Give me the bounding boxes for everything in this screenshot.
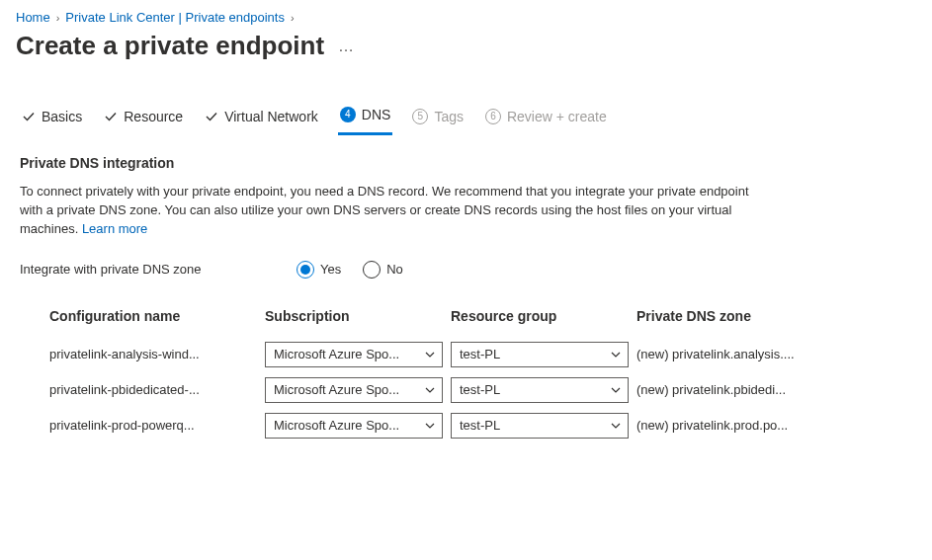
config-name-cell: privatelink-analysis-wind... xyxy=(49,347,257,361)
tab-resource[interactable]: Resource xyxy=(102,103,185,134)
chevron-down-icon xyxy=(610,384,622,396)
chevron-down-icon xyxy=(424,420,436,432)
dns-section: Private DNS integration To connect priva… xyxy=(0,155,932,279)
col-private-dns-zone: Private DNS zone xyxy=(636,308,844,324)
check-icon xyxy=(104,110,118,123)
tab-basics[interactable]: Basics xyxy=(20,103,84,134)
resource-group-select[interactable]: test-PL xyxy=(451,413,629,439)
tab-review-label: Review + create xyxy=(507,109,607,124)
table-row: privatelink-prod-powerq... Microsoft Azu… xyxy=(49,413,912,448)
chevron-down-icon xyxy=(424,384,436,396)
chevron-right-icon: › xyxy=(56,12,60,24)
chevron-right-icon: › xyxy=(291,12,295,24)
col-resource-group: Resource group xyxy=(451,308,629,324)
integrate-label: Integrate with private DNS zone xyxy=(20,262,277,277)
resource-group-select[interactable]: test-PL xyxy=(451,377,629,403)
subscription-select[interactable]: Microsoft Azure Spo... xyxy=(265,377,443,403)
select-value: test-PL xyxy=(460,347,500,361)
radio-inner-icon xyxy=(300,265,310,275)
table-header-row: Configuration name Subscription Resource… xyxy=(49,308,912,342)
subscription-select[interactable]: Microsoft Azure Spo... xyxy=(265,342,443,367)
breadcrumb: Home › Private Link Center | Private end… xyxy=(0,0,932,31)
tab-vnet-label: Virtual Network xyxy=(224,109,318,124)
chevron-down-icon xyxy=(610,349,622,360)
select-value: test-PL xyxy=(460,418,500,433)
step-number-badge: 4 xyxy=(340,107,356,122)
radio-yes[interactable]: Yes xyxy=(297,261,341,279)
dns-section-title: Private DNS integration xyxy=(20,155,912,171)
radio-outer-icon xyxy=(297,261,314,279)
chevron-down-icon xyxy=(610,420,622,432)
tab-virtual-network[interactable]: Virtual Network xyxy=(203,103,320,134)
check-icon xyxy=(22,110,36,123)
learn-more-link[interactable]: Learn more xyxy=(82,221,147,236)
tab-review-create[interactable]: 6 Review + create xyxy=(483,103,609,134)
more-actions-icon[interactable]: … xyxy=(338,38,355,55)
check-icon xyxy=(205,110,218,123)
col-subscription: Subscription xyxy=(265,308,443,324)
chevron-down-icon xyxy=(424,349,436,360)
select-value: Microsoft Azure Spo... xyxy=(274,347,399,361)
wizard-tabs: Basics Resource Virtual Network 4 DNS 5 … xyxy=(0,101,932,135)
dns-section-description: To connect privately with your private e… xyxy=(20,183,771,239)
config-name-cell: privatelink-pbidedicated-... xyxy=(49,382,257,397)
table-row: privatelink-analysis-wind... Microsoft A… xyxy=(49,342,912,377)
subscription-select[interactable]: Microsoft Azure Spo... xyxy=(265,413,443,439)
tab-tags-label: Tags xyxy=(434,109,464,124)
col-config-name: Configuration name xyxy=(49,308,257,324)
private-dns-zone-cell: (new) privatelink.prod.po... xyxy=(636,418,844,433)
step-number-badge: 6 xyxy=(485,109,501,124)
integrate-radio-group: Yes No xyxy=(297,261,403,279)
config-table: Configuration name Subscription Resource… xyxy=(0,308,932,448)
step-number-badge: 5 xyxy=(412,109,428,124)
tab-tags[interactable]: 5 Tags xyxy=(410,103,466,134)
page-title-row: Create a private endpoint … xyxy=(0,31,932,101)
select-value: test-PL xyxy=(460,382,500,397)
private-dns-zone-cell: (new) privatelink.pbidedi... xyxy=(636,382,844,397)
table-row: privatelink-pbidedicated-... Microsoft A… xyxy=(49,377,912,413)
radio-no-label: No xyxy=(386,262,403,277)
config-name-cell: privatelink-prod-powerq... xyxy=(49,418,257,433)
breadcrumb-private-link-center[interactable]: Private Link Center | Private endpoints xyxy=(65,10,285,25)
resource-group-select[interactable]: test-PL xyxy=(451,342,629,367)
tab-dns[interactable]: 4 DNS xyxy=(338,101,393,135)
radio-no[interactable]: No xyxy=(363,261,403,279)
tab-basics-label: Basics xyxy=(42,109,82,124)
integrate-field-row: Integrate with private DNS zone Yes No xyxy=(20,261,912,279)
radio-yes-label: Yes xyxy=(320,262,341,277)
tab-dns-label: DNS xyxy=(362,107,391,122)
private-dns-zone-cell: (new) privatelink.analysis.... xyxy=(636,347,844,361)
tab-resource-label: Resource xyxy=(124,109,183,124)
radio-outer-icon xyxy=(363,261,381,279)
select-value: Microsoft Azure Spo... xyxy=(274,382,399,397)
breadcrumb-home[interactable]: Home xyxy=(16,10,50,25)
page-title: Create a private endpoint xyxy=(16,31,324,61)
select-value: Microsoft Azure Spo... xyxy=(274,418,399,433)
